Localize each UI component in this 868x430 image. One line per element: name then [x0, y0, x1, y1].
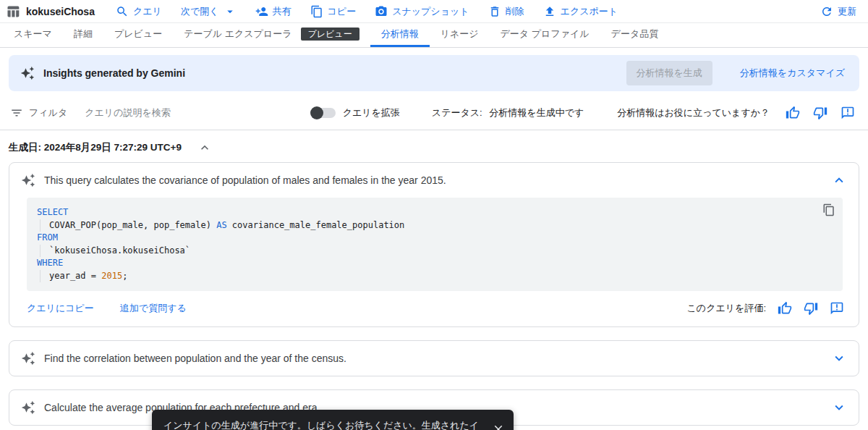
table-title-group: kokuseiChosa	[6, 4, 116, 19]
filter-status-bar: フィルタ クエリの説明を検索 クエリを拡張 ステータス: 分析情報を生成中です …	[0, 96, 868, 130]
rate-query-group: このクエリを評価:	[687, 301, 844, 316]
tab-insights[interactable]: 分析情報	[370, 23, 430, 47]
tab-details-label: 詳細	[74, 28, 93, 41]
tab-preview-label: プレビュー	[114, 28, 162, 41]
generated-date-label: 生成日: 2024年8月29日 7:27:29 UTC+9	[9, 141, 182, 154]
gemini-sparkle-icon	[20, 66, 35, 80]
status-label: ステータス:	[432, 107, 482, 118]
customize-insights-link[interactable]: 分析情報をカスタマイズ	[740, 67, 845, 80]
collapse-group-chevron[interactable]	[197, 140, 212, 155]
tab-details[interactable]: 詳細	[63, 23, 103, 47]
insight-card-1-title: This query calculates the covariance of …	[44, 174, 446, 186]
snapshot-button[interactable]: スナップショット	[375, 5, 469, 18]
preview-badge: プレビュー	[301, 28, 359, 41]
tab-lineage-label: リネージ	[441, 28, 479, 41]
query-thumb-down-button[interactable]	[804, 301, 818, 316]
search-icon	[116, 5, 129, 18]
gemini-insights-banner: Insights generated by Gemini 分析情報を生成 分析情…	[9, 55, 859, 91]
query-search-input[interactable]: クエリの説明を検索	[85, 106, 312, 119]
delete-button[interactable]: 削除	[488, 5, 524, 18]
filter-label: フィルタ	[29, 106, 67, 119]
refresh-label: 更新	[838, 5, 856, 18]
sparkle-icon	[21, 400, 35, 415]
toast-message: インサイトの生成が進行中です。しばらくお待ちください。生成されたインサイトは	[163, 420, 479, 430]
query-button[interactable]: クエリ	[116, 5, 162, 18]
toggle-knob	[310, 106, 323, 119]
table-title: kokuseiChosa	[26, 6, 95, 17]
expand-card-chevron-icon[interactable]	[831, 400, 847, 416]
share-label: 共有	[273, 5, 292, 18]
open-with-button[interactable]: 次で開く	[181, 5, 237, 18]
sparkle-icon	[21, 351, 35, 366]
feedback-prompt: 分析情報はお役に立っていますか？	[617, 106, 770, 119]
status-text: ステータス: 分析情報を生成中です	[432, 106, 584, 119]
insight-card-1: This query calculates the covariance of …	[9, 162, 859, 327]
copy-icon	[310, 5, 323, 18]
status-value: 分析情報を生成中です	[489, 107, 584, 118]
insight-card-2-title: Find the correlation between population …	[44, 353, 346, 364]
thumb-down-button[interactable]	[813, 106, 827, 120]
tab-preview[interactable]: プレビュー	[103, 23, 173, 47]
person-add-icon	[255, 5, 268, 18]
export-label: エクスポート	[561, 5, 618, 18]
ask-follow-up-link[interactable]: 追加で質問する	[120, 302, 187, 315]
insight-cards: This query calculates the covariance of …	[0, 162, 868, 430]
insight-card-1-actions: クエリにコピー 追加で質問する このクエリを評価:	[9, 298, 859, 326]
table-icon	[6, 4, 20, 19]
filter-button[interactable]: フィルタ	[10, 106, 67, 119]
insight-card-1-header[interactable]: This query calculates the covariance of …	[9, 163, 859, 198]
refresh-icon	[820, 5, 833, 18]
tab-data-profile-label: データ プロファイル	[501, 28, 590, 41]
close-icon[interactable]	[492, 423, 505, 430]
expand-query-toggle-label: クエリを拡張	[343, 106, 400, 119]
tab-data-quality-label: データ品質	[611, 28, 659, 41]
dropdown-arrow-icon	[224, 5, 237, 18]
tab-table-explorer-label: テーブル エクスプローラ	[184, 28, 292, 41]
trash-icon	[488, 5, 501, 18]
copy-to-query-link[interactable]: クエリにコピー	[27, 302, 94, 315]
tab-schema-label: スキーマ	[14, 28, 52, 41]
generated-date-row: 生成日: 2024年8月29日 7:27:29 UTC+9	[0, 130, 868, 162]
toolbar-actions: クエリ 次で開く 共有 コピー スナップショット	[116, 5, 618, 18]
toast-snackbar: インサイトの生成が進行中です。しばらくお待ちください。生成されたインサイトは	[152, 410, 514, 430]
delete-label: 削除	[506, 5, 524, 18]
insight-card-2-header[interactable]: Find the correlation between population …	[9, 341, 859, 376]
banner-title: Insights generated by Gemini	[43, 67, 185, 79]
insights-feedback-group: 分析情報はお役に立っていますか？	[617, 106, 855, 120]
share-button[interactable]: 共有	[255, 5, 292, 18]
query-feedback-button[interactable]	[830, 301, 844, 316]
feedback-comment-button[interactable]	[841, 106, 855, 120]
export-button[interactable]: エクスポート	[543, 5, 618, 18]
collapse-card-chevron-icon[interactable]	[831, 172, 847, 188]
expand-query-toggle[interactable]	[312, 108, 336, 118]
sparkle-icon	[21, 173, 35, 187]
snapshot-icon	[375, 5, 388, 18]
sql-code-block: SELECTCOVAR_POP(pop_male, pop_female) AS…	[27, 198, 843, 291]
filter-icon	[10, 106, 23, 119]
refresh-button[interactable]: 更新	[820, 5, 856, 18]
generate-insights-button[interactable]: 分析情報を生成	[626, 61, 712, 85]
expand-card-chevron-icon[interactable]	[831, 350, 847, 366]
query-button-label: クエリ	[133, 5, 162, 18]
table-header-bar: kokuseiChosa クエリ 次で開く 共有 コピー	[0, 0, 868, 23]
copy-code-icon[interactable]	[822, 203, 835, 216]
export-icon	[543, 5, 556, 18]
query-thumb-up-button[interactable]	[778, 301, 792, 316]
tab-schema[interactable]: スキーマ	[3, 23, 63, 47]
tab-lineage[interactable]: リネージ	[430, 23, 490, 47]
insight-card-2: Find the correlation between population …	[9, 340, 859, 376]
thumb-up-button[interactable]	[786, 106, 800, 120]
sql-code: SELECTCOVAR_POP(pop_male, pop_female) AS…	[37, 206, 833, 282]
tab-table-explorer[interactable]: テーブル エクスプローラ プレビュー	[173, 23, 370, 47]
tab-data-profile[interactable]: データ プロファイル	[490, 23, 600, 47]
tab-insights-label: 分析情報	[381, 28, 419, 41]
copy-label: コピー	[328, 5, 357, 18]
snapshot-label: スナップショット	[392, 5, 469, 18]
rate-query-label: このクエリを評価:	[687, 302, 766, 315]
tab-bar: スキーマ 詳細 プレビュー テーブル エクスプローラ プレビュー 分析情報 リネ…	[0, 23, 868, 48]
copy-button[interactable]: コピー	[310, 5, 357, 18]
tab-data-quality[interactable]: データ品質	[600, 23, 670, 47]
open-with-label: 次で開く	[181, 5, 219, 18]
expand-query-toggle-group: クエリを拡張	[312, 106, 400, 119]
